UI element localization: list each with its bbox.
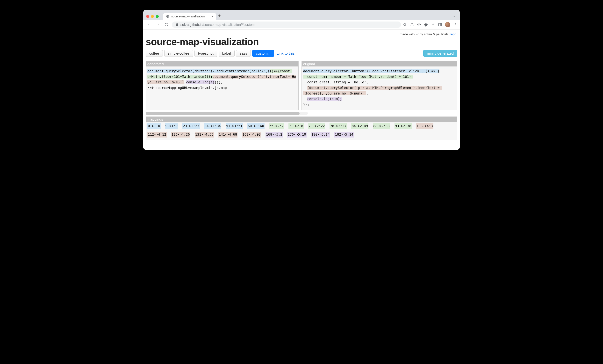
address-bar: ← → sokra.github.io/source-map-visualiza… — [143, 20, 460, 30]
page-title: source-map-visualization — [146, 36, 457, 47]
mapping-item[interactable]: 103->4:3 — [416, 123, 433, 129]
close-tab-icon[interactable]: × — [211, 14, 213, 18]
mapping-item[interactable]: 180->5:14 — [311, 132, 330, 138]
window-controls — [146, 15, 159, 18]
mappings-panel-head: mappings — [146, 117, 457, 122]
mapping-item[interactable]: 176->5:10 — [287, 132, 307, 138]
bookmark-star-icon[interactable] — [417, 23, 421, 27]
mapping-item[interactable]: 71->2:8 — [289, 123, 304, 129]
preset-coffee-button[interactable]: coffee — [146, 50, 163, 57]
mapping-item[interactable]: 84->2:49 — [351, 123, 368, 129]
attribution-line: made with ♡ by sokra & paulirish. repo — [146, 32, 457, 36]
svg-point-7 — [455, 24, 456, 25]
original-code[interactable]: document.querySelector('button')?.addEve… — [302, 67, 457, 110]
svg-point-6 — [455, 23, 456, 24]
svg-marker-3 — [417, 23, 421, 26]
globe-icon — [166, 15, 169, 18]
code-panels: generated document.querySelector("button… — [146, 61, 457, 110]
svg-rect-4 — [439, 23, 442, 26]
mapping-item[interactable]: 34->1:34 — [204, 123, 221, 129]
preset-typescript-button[interactable]: typescript — [195, 50, 217, 57]
url-box[interactable]: sokra.github.io/source-map-visualization… — [172, 22, 401, 28]
mapping-item[interactable]: 141->4:68 — [218, 132, 238, 138]
original-panel-head: original — [302, 61, 457, 67]
new-tab-button[interactable]: + — [218, 13, 221, 18]
page-content: made with ♡ by sokra & paulirish. repo s… — [143, 30, 460, 150]
preset-simple-coffee-button[interactable]: simple-coffee — [164, 50, 193, 57]
mapping-item[interactable]: 112->4:12 — [147, 132, 167, 138]
minify-generated-button[interactable]: minify generated — [423, 50, 457, 57]
mappings-panel: mappings 0->1:09->1:923->1:2334->1:3451-… — [146, 117, 457, 141]
preset-custom-button[interactable]: custom... — [252, 50, 274, 57]
minimize-window-icon[interactable] — [151, 15, 154, 18]
lock-icon — [175, 23, 179, 26]
svg-line-2 — [405, 25, 406, 26]
generated-panel: generated document.querySelector("button… — [146, 61, 299, 110]
original-panel: original document.querySelector('button'… — [302, 61, 457, 110]
profile-avatar[interactable] — [445, 22, 450, 27]
generated-panel-head: generated — [146, 61, 298, 67]
close-window-icon[interactable] — [146, 15, 149, 18]
repo-link[interactable]: repo — [450, 32, 456, 36]
preset-sass-button[interactable]: sass — [236, 50, 251, 57]
mapping-item[interactable]: 168->5:2 — [266, 132, 283, 138]
maximize-window-icon[interactable] — [156, 15, 159, 18]
tab-bar: source-map-visualization × + — [143, 10, 460, 20]
search-icon[interactable] — [403, 23, 407, 27]
mapping-item[interactable]: 23->1:23 — [182, 123, 199, 129]
mapping-item[interactable]: 126->4:26 — [171, 132, 190, 138]
mapping-item[interactable]: 60->1:60 — [247, 123, 264, 129]
mapping-item[interactable]: 93->2:38 — [394, 123, 412, 129]
browser-window: source-map-visualization × + ← → sokra.g… — [143, 10, 460, 150]
mapping-item[interactable]: 78->2:27 — [330, 123, 347, 129]
url-text: sokra.github.io/source-map-visualization… — [180, 23, 255, 27]
panel-icon[interactable] — [438, 23, 442, 27]
mapping-item[interactable]: 131->4:56 — [195, 132, 214, 138]
preset-babel-button[interactable]: babel — [219, 50, 235, 57]
mapping-item[interactable]: 9->1:9 — [165, 123, 178, 129]
tab-title: source-map-visualization — [171, 15, 205, 18]
forward-button[interactable]: → — [154, 21, 161, 28]
menu-dots-icon[interactable] — [453, 23, 457, 27]
generated-code[interactable]: document.querySelector("button")?.addEve… — [146, 67, 298, 93]
mapping-item[interactable]: 73->2:22 — [308, 123, 325, 129]
toolbar-icons — [403, 22, 457, 27]
mapping-item[interactable]: 0->1:0 — [147, 123, 161, 129]
svg-point-8 — [455, 26, 456, 26]
preset-row: coffee simple-coffee typescript babel sa… — [146, 50, 457, 57]
scrollbar-thumb[interactable] — [146, 112, 300, 115]
tabs-dropdown-icon[interactable] — [452, 14, 456, 18]
reload-button[interactable] — [163, 21, 170, 28]
share-icon[interactable] — [410, 23, 414, 27]
mapping-item[interactable]: 182->5:14 — [334, 132, 354, 138]
mapping-item[interactable]: 88->2:33 — [373, 123, 390, 129]
extensions-icon[interactable] — [424, 23, 428, 27]
mappings-code[interactable]: 0->1:09->1:923->1:2334->1:3451->1:5160->… — [146, 122, 457, 140]
svg-point-1 — [404, 23, 406, 25]
mapping-item[interactable]: 65->2:2 — [269, 123, 284, 129]
download-icon[interactable] — [431, 23, 435, 27]
heart-icon: ♡ — [416, 32, 419, 36]
browser-tab[interactable]: source-map-visualization × — [163, 13, 216, 20]
horizontal-scrollbar[interactable] — [146, 112, 308, 115]
link-to-this[interactable]: Link to this — [277, 51, 294, 56]
back-button[interactable]: ← — [146, 21, 152, 28]
mapping-item[interactable]: 51->1:51 — [226, 123, 243, 129]
mapping-item[interactable]: 163->4:93 — [242, 132, 261, 138]
